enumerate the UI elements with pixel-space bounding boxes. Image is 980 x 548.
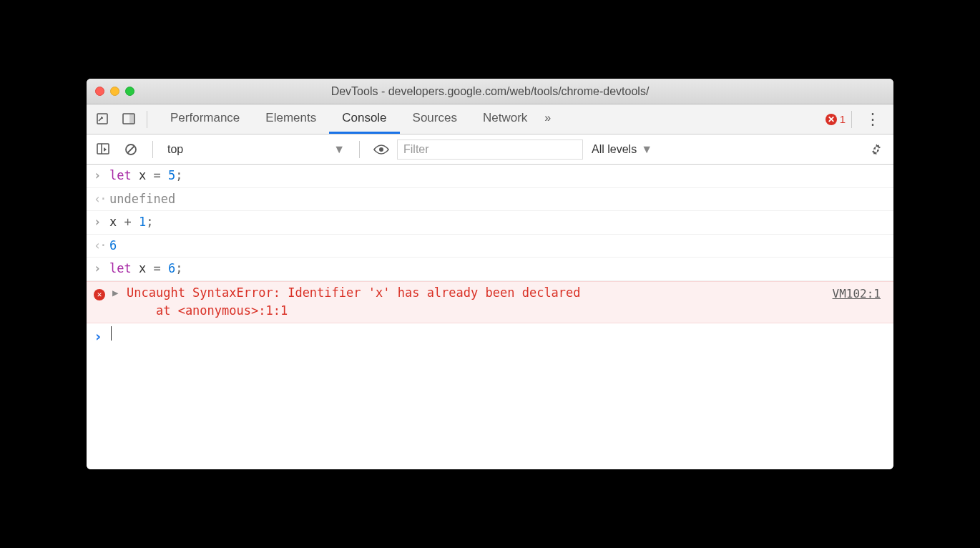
filter-input[interactable] xyxy=(397,140,583,160)
minimize-button[interactable] xyxy=(110,87,119,96)
context-selector[interactable]: top ▼ xyxy=(163,140,349,160)
error-message: Uncaught SyntaxError: Identifier 'x' has… xyxy=(127,284,833,321)
console-output[interactable]: let x = 5;undefinedx + 1;6let x = 6; ✕ ▶… xyxy=(87,165,893,469)
tab-sources[interactable]: Sources xyxy=(400,104,470,134)
console-prompt[interactable] xyxy=(87,323,893,349)
prompt-input[interactable] xyxy=(109,326,886,344)
error-count: 1 xyxy=(840,113,846,125)
svg-rect-2 xyxy=(129,114,134,124)
error-icon: ✕ xyxy=(94,284,109,303)
kebab-menu-icon[interactable]: ⋮ xyxy=(858,110,888,129)
main-tabbar: Performance Elements Console Sources Net… xyxy=(87,104,893,134)
traffic-lights xyxy=(95,87,134,96)
console-line-content: undefined xyxy=(109,190,886,209)
tab-network[interactable]: Network xyxy=(470,104,540,134)
console-input-row[interactable]: let x = 6; xyxy=(87,258,893,281)
levels-selector[interactable]: All levels ▼ xyxy=(587,143,657,156)
svg-line-6 xyxy=(128,146,134,152)
console-toolbar: top ▼ All levels ▼ xyxy=(87,134,893,165)
console-line-content: 6 xyxy=(109,237,886,255)
output-marker-icon xyxy=(94,237,109,255)
error-icon: ✕ xyxy=(825,114,837,125)
console-line-content: let x = 5; xyxy=(109,167,886,185)
error-count-badge[interactable]: ✕ 1 xyxy=(825,113,846,125)
expand-icon[interactable]: ▶ xyxy=(112,285,124,300)
device-toolbar-icon[interactable] xyxy=(92,108,115,131)
divider xyxy=(851,111,852,128)
clear-console-icon[interactable] xyxy=(119,138,142,161)
prompt-icon xyxy=(94,326,109,347)
output-marker-icon xyxy=(94,190,109,209)
chevron-down-icon: ▼ xyxy=(641,143,652,156)
context-label: top xyxy=(167,143,183,156)
error-source-link[interactable]: VM102:1 xyxy=(833,285,886,303)
console-input-row[interactable]: let x = 5; xyxy=(87,165,893,188)
live-expression-icon[interactable] xyxy=(370,138,393,161)
divider xyxy=(147,111,147,128)
zoom-button[interactable] xyxy=(125,87,134,96)
svg-point-7 xyxy=(379,147,383,152)
panel-tabs: Performance Elements Console Sources Net… xyxy=(157,104,555,134)
divider xyxy=(359,141,360,158)
tab-more[interactable]: » xyxy=(540,104,555,134)
chevron-down-icon: ▼ xyxy=(333,143,345,156)
devtools-window: DevTools - developers.google.com/web/too… xyxy=(87,79,893,469)
console-output-row[interactable]: undefined xyxy=(87,188,893,212)
dock-icon[interactable] xyxy=(118,108,141,131)
input-marker-icon xyxy=(94,213,109,232)
tabbar-left-tools xyxy=(92,108,141,131)
console-output-row[interactable]: 6 xyxy=(87,235,893,258)
divider xyxy=(152,141,153,158)
input-marker-icon xyxy=(94,260,109,278)
tab-elements[interactable]: Elements xyxy=(253,104,329,134)
tab-console[interactable]: Console xyxy=(329,104,399,134)
levels-label: All levels xyxy=(592,143,637,156)
console-line-content: x + 1; xyxy=(109,213,886,232)
console-input-row[interactable]: x + 1; xyxy=(87,211,893,235)
input-marker-icon xyxy=(94,167,109,185)
titlebar: DevTools - developers.google.com/web/too… xyxy=(87,79,893,104)
settings-icon[interactable] xyxy=(865,138,888,161)
console-line-content: let x = 6; xyxy=(109,260,886,278)
sidebar-toggle-icon[interactable] xyxy=(92,138,115,161)
close-button[interactable] xyxy=(95,87,104,96)
console-error-row[interactable]: ✕ ▶ Uncaught SyntaxError: Identifier 'x'… xyxy=(87,281,893,323)
tab-performance[interactable]: Performance xyxy=(157,104,253,134)
window-title: DevTools - developers.google.com/web/too… xyxy=(87,85,893,98)
svg-rect-3 xyxy=(97,144,109,154)
